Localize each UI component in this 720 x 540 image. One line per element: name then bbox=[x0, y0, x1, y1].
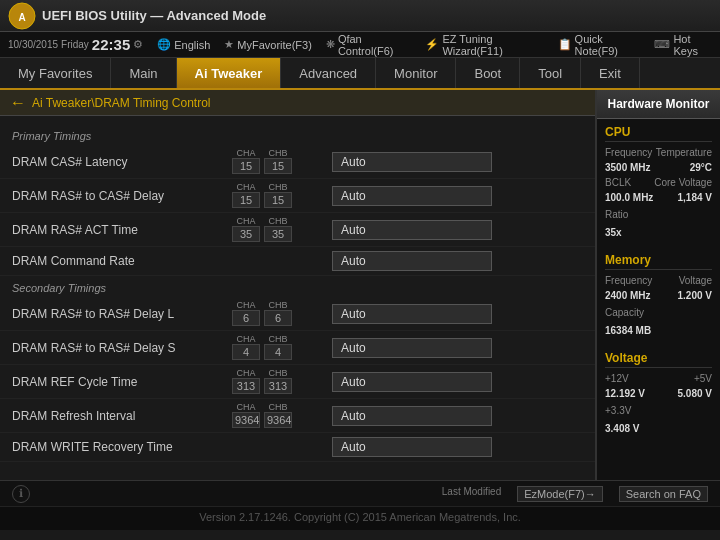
hot-keys-label: Hot Keys bbox=[673, 33, 712, 57]
dram-refresh-interval-control[interactable]: Auto bbox=[332, 406, 583, 426]
voltage-section: Voltage +12V +5V 12.192 V 5.080 V +3.3V … bbox=[597, 345, 720, 443]
gear-icon[interactable]: ⚙ bbox=[133, 38, 143, 51]
dram-ras-act-time-label: DRAM RAS# ACT Time bbox=[12, 223, 232, 237]
cpu-frequency-val-row: 3500 MHz 29°C bbox=[605, 162, 712, 173]
chb-val: 15 bbox=[264, 192, 292, 208]
footer: Version 2.17.1246. Copyright (C) 2015 Am… bbox=[0, 506, 720, 530]
mem-capacity-val: 16384 MB bbox=[605, 325, 651, 336]
v12-label: +12V bbox=[605, 373, 629, 384]
chb-box: CHB 4 bbox=[264, 335, 292, 360]
v12-val: 12.192 V bbox=[605, 388, 645, 399]
mem-frequency-val-row: 2400 MHz 1.200 V bbox=[605, 290, 712, 301]
nav-bar: My Favorites Main Ai Tweaker Advanced Mo… bbox=[0, 58, 720, 90]
tab-ai-tweaker[interactable]: Ai Tweaker bbox=[177, 58, 282, 88]
cha-val: 15 bbox=[232, 192, 260, 208]
chb-label: CHB bbox=[268, 183, 287, 192]
date-display: 10/30/2015 bbox=[8, 39, 58, 50]
v33-val-row: 3.408 V bbox=[605, 421, 712, 435]
cpu-frequency-label: Frequency bbox=[605, 147, 652, 158]
ez-mode-button[interactable]: EzMode(F7)→ bbox=[517, 486, 603, 502]
dram-command-rate-label: DRAM Command Rate bbox=[12, 254, 232, 268]
chb-box: CHB 15 bbox=[264, 183, 292, 208]
tab-my-favorites[interactable]: My Favorites bbox=[0, 58, 111, 88]
v12-val-row: 12.192 V 5.080 V bbox=[605, 388, 712, 399]
bottom-actions: Last Modified EzMode(F7)→ Search on FAQ bbox=[442, 486, 708, 502]
cpu-ratio-val: 35x bbox=[605, 227, 622, 238]
dram-ras-act-time-row: DRAM RAS# ACT Time CHA 35 CHB 35 Auto bbox=[0, 213, 595, 247]
dram-ras-act-time-control[interactable]: Auto bbox=[332, 220, 583, 240]
mem-voltage-label: Voltage bbox=[679, 275, 712, 286]
dram-refresh-interval-values: CHA 9364 CHB 9364 bbox=[232, 403, 332, 428]
dram-command-rate-control[interactable]: Auto bbox=[332, 251, 583, 271]
cha-val: 4 bbox=[232, 344, 260, 360]
voltage-section-title: Voltage bbox=[605, 351, 712, 368]
cha-box: CHA 4 bbox=[232, 335, 260, 360]
dram-cas-latency-label: DRAM CAS# Latency bbox=[12, 155, 232, 169]
tab-advanced[interactable]: Advanced bbox=[281, 58, 376, 88]
cha-box: CHA 35 bbox=[232, 217, 260, 242]
dram-ras-ras-s-control[interactable]: Auto bbox=[332, 338, 583, 358]
cha-box: CHA 15 bbox=[232, 183, 260, 208]
v5-val: 5.080 V bbox=[678, 388, 712, 399]
cha-val: 9364 bbox=[232, 412, 260, 428]
lightning-icon: ⚡ bbox=[425, 38, 439, 51]
search-faq-button[interactable]: Search on FAQ bbox=[619, 486, 708, 502]
mem-capacity-val-row: 16384 MB bbox=[605, 323, 712, 337]
cpu-ratio-label: Ratio bbox=[605, 209, 628, 220]
dram-ras-cas-delay-control[interactable]: Auto bbox=[332, 186, 583, 206]
chb-val: 313 bbox=[264, 378, 292, 394]
cpu-bclk-row: BCLK Core Voltage bbox=[605, 177, 712, 188]
tab-monitor[interactable]: Monitor bbox=[376, 58, 456, 88]
myfavorite-item[interactable]: ★ MyFavorite(F3) bbox=[224, 38, 312, 51]
chb-label: CHB bbox=[268, 301, 287, 310]
language-item[interactable]: 🌐 English bbox=[157, 38, 210, 51]
cha-val: 6 bbox=[232, 310, 260, 326]
cha-label: CHA bbox=[236, 369, 255, 378]
tab-exit[interactable]: Exit bbox=[581, 58, 640, 88]
sidebar-title: Hardware Monitor bbox=[597, 90, 720, 119]
info-icon[interactable]: ℹ bbox=[12, 485, 30, 503]
v33-label: +3.3V bbox=[605, 405, 631, 416]
mem-frequency-val: 2400 MHz bbox=[605, 290, 651, 301]
chb-val: 15 bbox=[264, 158, 292, 174]
cpu-ratio-val-row: 35x bbox=[605, 225, 712, 239]
dram-ref-cycle-row: DRAM REF Cycle Time CHA 313 CHB 313 Auto bbox=[0, 365, 595, 399]
chb-box: CHB 9364 bbox=[264, 403, 292, 428]
v12-row: +12V +5V bbox=[605, 373, 712, 384]
keyboard-icon: ⌨ bbox=[654, 38, 670, 51]
main-panel: ← Ai Tweaker\DRAM Timing Control Primary… bbox=[0, 90, 595, 480]
fan-icon: ❋ bbox=[326, 38, 335, 51]
dram-ref-cycle-control[interactable]: Auto bbox=[332, 372, 583, 392]
cpu-section-title: CPU bbox=[605, 125, 712, 142]
note-icon: 📋 bbox=[558, 38, 572, 51]
dram-ras-ras-l-control[interactable]: Auto bbox=[332, 304, 583, 324]
dram-ras-ras-l-label: DRAM RAS# to RAS# Delay L bbox=[12, 307, 232, 321]
primary-timings-header: Primary Timings bbox=[0, 124, 595, 145]
chb-box: CHB 35 bbox=[264, 217, 292, 242]
dram-write-recovery-control[interactable]: Auto bbox=[332, 437, 583, 457]
back-arrow-icon[interactable]: ← bbox=[10, 94, 26, 112]
tab-main[interactable]: Main bbox=[111, 58, 176, 88]
hot-keys-item[interactable]: ⌨ Hot Keys bbox=[654, 33, 712, 57]
mem-frequency-label: Frequency bbox=[605, 275, 652, 286]
cha-val: 35 bbox=[232, 226, 260, 242]
chb-box: CHB 313 bbox=[264, 369, 292, 394]
chb-box: CHB 15 bbox=[264, 149, 292, 174]
info-bar: 10/30/2015 Friday 22:35 ⚙ 🌐 English ★ My… bbox=[0, 32, 720, 58]
ez-tuning-item[interactable]: ⚡ EZ Tuning Wizard(F11) bbox=[425, 33, 543, 57]
dram-ras-ras-s-row: DRAM RAS# to RAS# Delay S CHA 4 CHB 4 Au… bbox=[0, 331, 595, 365]
dram-ras-ras-l-row: DRAM RAS# to RAS# Delay L CHA 6 CHB 6 Au… bbox=[0, 297, 595, 331]
bios-title: UEFI BIOS Utility — Advanced Mode bbox=[42, 8, 266, 23]
v5-label: +5V bbox=[694, 373, 712, 384]
cpu-section: CPU Frequency Temperature 3500 MHz 29°C … bbox=[597, 119, 720, 247]
qfan-item[interactable]: ❋ Qfan Control(F6) bbox=[326, 33, 412, 57]
quick-note-item[interactable]: 📋 Quick Note(F9) bbox=[558, 33, 641, 57]
cpu-bclk-label: BCLK bbox=[605, 177, 631, 188]
mem-capacity-label: Capacity bbox=[605, 307, 644, 318]
footer-text: Version 2.17.1246. Copyright (C) 2015 Am… bbox=[199, 511, 521, 523]
tab-tool[interactable]: Tool bbox=[520, 58, 581, 88]
tab-boot[interactable]: Boot bbox=[456, 58, 520, 88]
mem-capacity-row: Capacity bbox=[605, 305, 712, 319]
chb-label: CHB bbox=[268, 217, 287, 226]
dram-cas-latency-control[interactable]: Auto bbox=[332, 152, 583, 172]
